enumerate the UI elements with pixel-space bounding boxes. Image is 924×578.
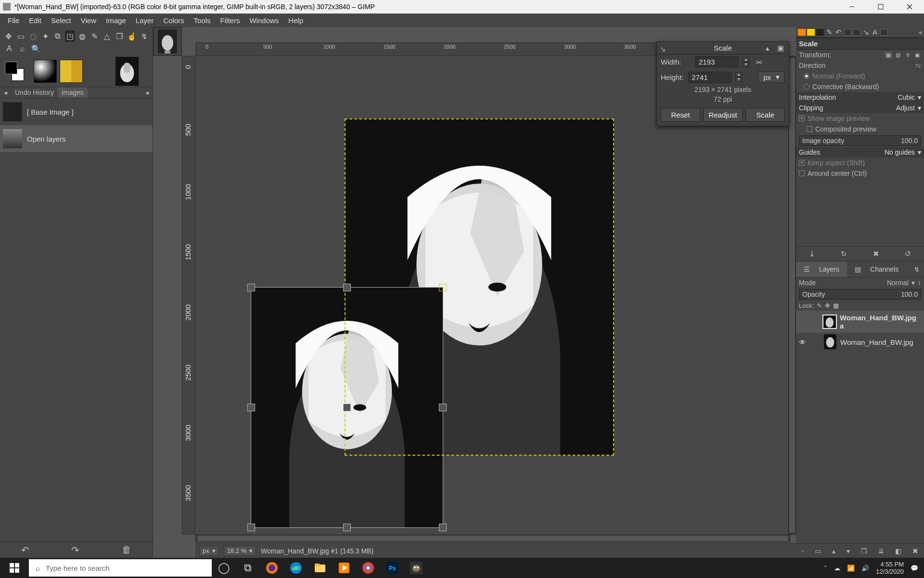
menu-help[interactable]: Help xyxy=(283,14,308,26)
lock-position-icon[interactable]: ✥ xyxy=(825,302,830,309)
clipping-select[interactable]: Adjust▾ xyxy=(896,104,921,112)
tab-text-icon[interactable]: A xyxy=(871,29,879,36)
tray-wifi-icon[interactable]: 📶 xyxy=(847,565,855,572)
tool-transform[interactable]: ◳ xyxy=(65,31,75,41)
spin-down-icon[interactable]: ▼ xyxy=(735,77,742,82)
tab-device-status[interactable] xyxy=(807,29,815,36)
unit-select[interactable]: px▾ xyxy=(758,71,785,83)
rollup-icon[interactable]: ▴ xyxy=(766,44,774,53)
zoom-select[interactable]: 18.2 %▾ xyxy=(224,546,256,556)
guides-select[interactable]: No guides▾ xyxy=(885,148,921,156)
menu-windows[interactable]: Windows xyxy=(244,14,283,26)
transform-selection-icon[interactable]: ▧ xyxy=(894,52,902,58)
tab-menu-icon[interactable]: ◂ xyxy=(0,87,11,98)
tool-fuzzy-select[interactable]: ✦ xyxy=(41,31,51,41)
canvas-horizontal-scrollbar[interactable] xyxy=(195,535,790,542)
menu-file[interactable]: File xyxy=(3,14,24,26)
interpolation-select[interactable]: Cubic▾ xyxy=(898,93,921,101)
tab-dropdown-icon[interactable]: ◂ xyxy=(141,89,153,96)
menu-tools[interactable]: Tools xyxy=(189,14,216,26)
spin-up-icon[interactable]: ▲ xyxy=(743,57,749,62)
minimize-button[interactable] xyxy=(837,0,866,13)
radio-normal[interactable] xyxy=(804,73,809,79)
maximize-button[interactable] xyxy=(866,0,895,13)
menu-edit[interactable]: Edit xyxy=(24,14,46,26)
tab-arrow-icon[interactable]: ↘ xyxy=(862,29,870,36)
tool-text[interactable]: A xyxy=(4,43,14,54)
menu-layer[interactable]: Layer xyxy=(131,14,159,26)
viewport[interactable] xyxy=(195,56,788,535)
spin-up-icon[interactable]: ▲ xyxy=(735,72,742,77)
tool-eraser[interactable]: △ xyxy=(102,31,112,41)
delete-layer-icon[interactable]: ✖ xyxy=(912,547,918,555)
transform-path-icon[interactable]: ↯ xyxy=(904,52,911,58)
tool-zoom[interactable]: 🔍 xyxy=(31,43,41,54)
start-button[interactable] xyxy=(0,563,29,573)
menu-select[interactable]: Select xyxy=(46,14,76,26)
tab-channels[interactable]: ▤Channels xyxy=(847,262,906,277)
lock-alpha-icon[interactable]: ▦ xyxy=(833,302,839,309)
taskbar-media[interactable] xyxy=(332,558,356,578)
tray-chevron-icon[interactable]: ˄ xyxy=(824,565,827,572)
radio-corrective[interactable] xyxy=(804,84,809,90)
ruler-vertical[interactable]: 0 500 1000 1500 2000 2500 3000 3500 4000 xyxy=(182,56,195,535)
taskbar-explorer[interactable] xyxy=(308,558,332,578)
tab-history-icon[interactable]: ↶ xyxy=(834,29,842,36)
detach-icon[interactable]: ▣ xyxy=(777,44,786,53)
delete-preset-icon[interactable]: ✖ xyxy=(873,250,879,258)
tool-move[interactable]: ✥ xyxy=(4,31,13,41)
merge-down-icon[interactable]: ⇊ xyxy=(878,547,884,555)
transform-image-icon[interactable]: ▣ xyxy=(913,52,921,58)
image-tab-thumb[interactable] xyxy=(153,27,182,56)
tab-paths[interactable]: ↯Paths xyxy=(906,262,924,277)
scale-height-input[interactable] xyxy=(688,72,732,83)
tab-layers[interactable]: ☰Layers xyxy=(796,262,847,277)
menu-filters[interactable]: Filters xyxy=(216,14,245,26)
canvas-vertical-scrollbar[interactable] xyxy=(788,56,796,535)
tab-box-icon[interactable] xyxy=(844,29,851,36)
tool-color-picker[interactable]: ⌕ xyxy=(17,43,28,54)
layer-opacity-field[interactable]: Opacity 100.0 xyxy=(799,289,921,300)
visibility-toggle[interactable]: 👁 xyxy=(799,338,808,346)
menu-colors[interactable]: Colors xyxy=(158,14,189,26)
menu-image[interactable]: Image xyxy=(101,14,131,26)
duplicate-layer-icon[interactable]: ❐ xyxy=(861,547,867,555)
around-center-check[interactable] xyxy=(799,171,805,176)
active-gradient[interactable] xyxy=(34,60,57,83)
tab-tool-options[interactable] xyxy=(798,29,806,36)
taskbar-search[interactable]: ⌕ Type here to search xyxy=(29,559,212,577)
foreground-color[interactable] xyxy=(5,62,17,74)
history-item[interactable]: Open layers xyxy=(0,125,153,152)
spin-down-icon[interactable]: ▼ xyxy=(743,62,749,67)
tab-dropdown-icon[interactable]: ◂ xyxy=(918,28,922,37)
new-layer-icon[interactable]: ▫ xyxy=(802,547,804,555)
menu-view[interactable]: View xyxy=(76,14,101,26)
reset-button[interactable]: Reset xyxy=(661,108,700,122)
tool-bucket[interactable]: ◍ xyxy=(77,31,87,41)
tab-rect-icon[interactable] xyxy=(880,29,888,36)
redo-icon[interactable]: ↷ xyxy=(71,544,79,556)
tool-brush[interactable]: ✎ xyxy=(90,31,100,41)
transform-layer-icon[interactable]: ▦ xyxy=(885,52,892,58)
taskbar-clock[interactable]: 4:55 PM 12/3/2020 xyxy=(876,561,904,575)
tool-crop[interactable]: ⧉ xyxy=(53,31,63,41)
readjust-button[interactable]: Readjust xyxy=(703,108,743,122)
lower-layer-icon[interactable]: ▾ xyxy=(847,547,850,555)
tray-volume-icon[interactable]: 🔊 xyxy=(861,565,869,572)
task-view-icon[interactable]: ⧉ xyxy=(236,558,260,578)
composited-check[interactable] xyxy=(807,126,812,132)
scale-dialog-header[interactable]: ↘ Scale ▴ ▣ xyxy=(657,42,789,54)
taskbar-chrome[interactable] xyxy=(356,558,380,578)
history-item[interactable]: [ Base Image ] xyxy=(0,98,153,125)
flip-horiz-icon[interactable]: ⇆ xyxy=(915,62,921,69)
tool-clone[interactable]: ❐ xyxy=(115,31,124,41)
raise-layer-icon[interactable]: ▴ xyxy=(832,547,835,555)
tab-something[interactable] xyxy=(816,29,824,36)
active-pattern[interactable] xyxy=(60,60,83,83)
chain-icon[interactable]: ⫘ xyxy=(753,58,764,66)
delete-history-icon[interactable]: 🗑 xyxy=(122,544,131,555)
scale-dialog[interactable]: ↘ Scale ▴ ▣ Width: ▲▼ ⫘ Height: ▲▼ px▾ 2… xyxy=(656,41,789,126)
layer-item[interactable]: 👁 Woman_Hand_BW.jpg xyxy=(796,333,924,351)
mode-select[interactable]: Normal▾ ↕ xyxy=(887,279,921,287)
taskbar-firefox[interactable] xyxy=(260,558,284,578)
